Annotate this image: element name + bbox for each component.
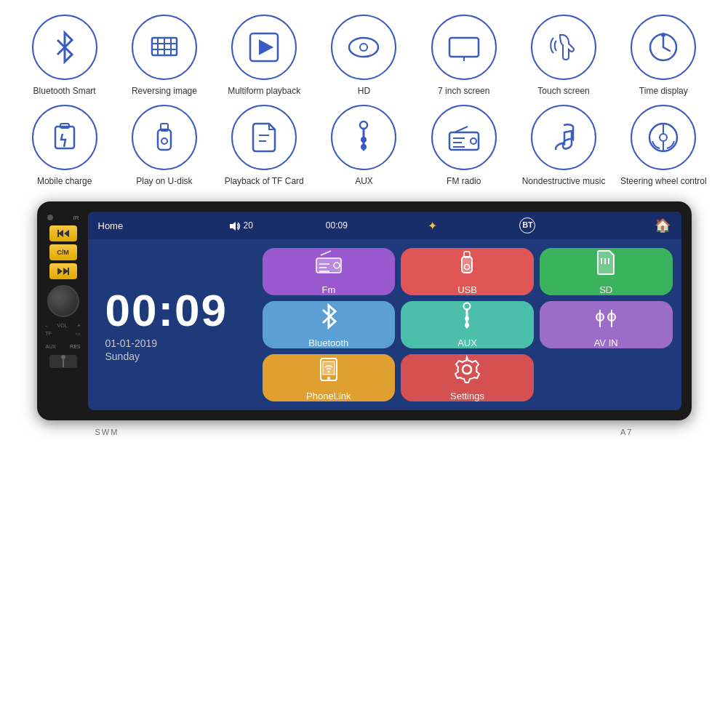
svg-marker-42 xyxy=(63,268,68,275)
aux-jack[interactable] xyxy=(49,355,77,368)
app-icon-avin[interactable]: AV IN xyxy=(540,301,673,348)
feature-label-radio: FM radio xyxy=(447,176,481,188)
fm-icon xyxy=(313,248,344,279)
time-icon xyxy=(645,29,681,65)
reversing-icon xyxy=(146,29,183,65)
steering-icon xyxy=(645,119,681,156)
model-label: A7 xyxy=(620,428,633,436)
feature-label-tfcard: Playback of TF Card xyxy=(225,176,304,188)
feature-label-charge: Mobile charge xyxy=(37,176,92,188)
feature-playback-tf: Playback of TF Card xyxy=(220,105,308,188)
tf-label: TF xyxy=(46,331,52,337)
status-brightness: ✦ xyxy=(384,219,479,233)
charge-icon xyxy=(47,119,83,156)
udisk-icon xyxy=(146,119,183,156)
svg-line-15 xyxy=(663,47,670,51)
prev-button[interactable] xyxy=(49,225,77,241)
feature-label-steering: Steering wheel control xyxy=(620,176,707,188)
phonelink-icon xyxy=(313,354,344,385)
svg-point-71 xyxy=(327,371,329,373)
feature-label-aux: AUX xyxy=(355,176,373,188)
touch-icon xyxy=(545,29,582,65)
app-label-usb: USB xyxy=(457,284,477,295)
svg-rect-10 xyxy=(449,38,479,57)
ir-row: IR xyxy=(44,215,82,221)
feature-label-udisk: Play on U-disk xyxy=(136,176,192,188)
screen-icon xyxy=(446,29,482,65)
feature-circle-bluetooth xyxy=(32,15,97,80)
bt-icon xyxy=(313,301,344,332)
feature-steering-wheel: Steering wheel control xyxy=(620,105,707,188)
feature-label-play: Multiform playback xyxy=(228,86,300,97)
app-area: 00:09 01-01-2019 Sunday xyxy=(88,239,681,410)
aux-jack-icon xyxy=(60,354,67,369)
bottom-labels-wrapper: SWM A7 xyxy=(0,428,728,436)
next-button[interactable] xyxy=(49,263,77,279)
app-label-bt: Bluetooth xyxy=(308,337,348,348)
feature-circle-music xyxy=(531,105,596,170)
bluetooth-icon xyxy=(47,29,83,65)
app-icon-usb[interactable]: USB xyxy=(401,248,534,295)
feature-circle-radio xyxy=(431,105,497,170)
app-icon-settings[interactable]: Settings xyxy=(401,354,534,401)
cm-button[interactable]: C/M xyxy=(49,244,77,260)
sd-icon xyxy=(591,248,621,279)
app-label-sd: SD xyxy=(599,284,612,295)
feature-circle-hd xyxy=(331,15,396,80)
feature-aux: AUX xyxy=(320,105,407,188)
clock-date: 01-01-2019 xyxy=(105,337,158,349)
svg-point-63 xyxy=(465,323,469,327)
svg-point-72 xyxy=(463,365,471,374)
bt-badge: BT xyxy=(519,217,535,233)
vol-minus: - xyxy=(46,323,47,328)
feature-7inch-screen: 7 inch screen xyxy=(420,15,508,97)
next-icon xyxy=(57,267,70,276)
feature-multiform-playback: Multiform playback xyxy=(220,15,308,97)
res-label: RES xyxy=(70,344,80,349)
radio-icon xyxy=(446,119,482,156)
feature-label-bluetooth: Bluetooth Smart xyxy=(33,86,96,97)
svg-marker-38 xyxy=(58,230,63,237)
features-row-2: Mobile charge Play on U-disk xyxy=(15,105,713,188)
app-icon-aux[interactable]: AUX xyxy=(401,301,534,348)
status-bt: BT xyxy=(480,217,575,233)
feature-circle-steering xyxy=(631,105,696,170)
svg-marker-46 xyxy=(230,222,236,231)
ir-indicator xyxy=(47,215,53,220)
app-icon-sd[interactable]: SD xyxy=(540,248,673,295)
clock-time: 00:09 xyxy=(105,288,228,333)
app-icon-fm[interactable]: Fm xyxy=(263,248,396,295)
cm-label: C/M xyxy=(57,249,69,256)
app-icon-phonelink[interactable]: PhoneLink xyxy=(263,354,396,401)
app-label-phonelink: PhoneLink xyxy=(306,391,351,401)
app-label-avin: AV IN xyxy=(594,337,618,348)
ir-label: IR xyxy=(73,215,79,221)
tf-label-row: TF ▭ xyxy=(44,331,82,337)
volume-knob[interactable] xyxy=(47,285,79,317)
feature-touch-screen: Touch screen xyxy=(520,15,607,97)
feature-mobile-charge: Mobile charge xyxy=(21,105,108,188)
feature-play-udisk: Play on U-disk xyxy=(121,105,208,188)
svg-point-70 xyxy=(327,377,330,380)
feature-circle-reversing xyxy=(132,15,197,80)
feature-circle-screen xyxy=(431,15,497,80)
svg-rect-43 xyxy=(68,268,69,275)
app-icon-bluetooth[interactable]: Bluetooth xyxy=(263,301,396,348)
feature-bluetooth-smart: Bluetooth Smart xyxy=(21,15,108,97)
app-label-fm: Fm xyxy=(321,284,335,295)
status-volume: 20 xyxy=(193,220,289,231)
vol-label: VOL xyxy=(57,323,68,328)
svg-line-49 xyxy=(321,251,331,255)
svg-rect-39 xyxy=(57,230,59,237)
aux-label: AUX xyxy=(46,344,56,349)
stereo-unit: IR C/M - VO xyxy=(37,201,692,420)
memory-icon: ▭ xyxy=(76,331,81,337)
app-label-aux: AUX xyxy=(457,337,477,348)
feature-label-touch: Touch screen xyxy=(537,86,589,97)
svg-point-62 xyxy=(465,316,469,321)
prev-icon xyxy=(57,229,70,238)
svg-marker-7 xyxy=(260,41,272,54)
music-icon xyxy=(545,119,582,156)
status-time: 00:09 xyxy=(289,220,384,231)
status-house: 🏠 xyxy=(575,217,671,233)
